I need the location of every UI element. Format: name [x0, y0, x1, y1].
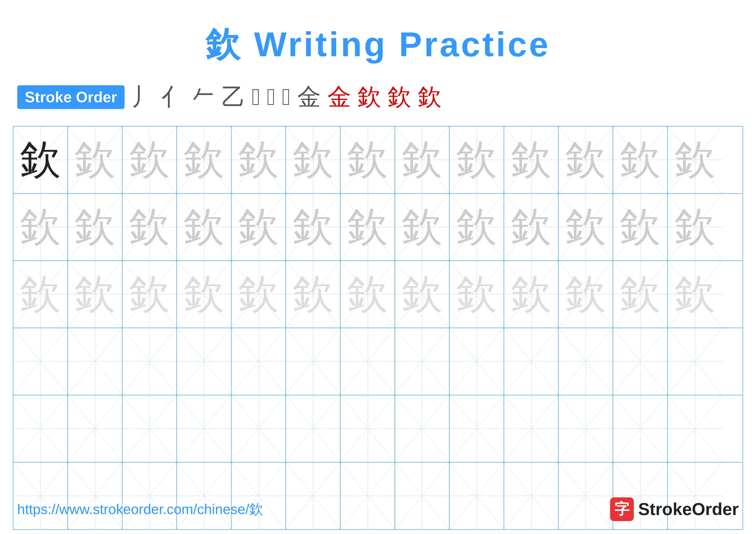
- grid-cell-2-3[interactable]: 欽: [122, 194, 177, 261]
- grid-cell-5-13[interactable]: [668, 395, 722, 462]
- grid-cell-5-1[interactable]: [14, 395, 68, 462]
- grid-cell-1-2[interactable]: 欽: [68, 126, 122, 193]
- grid-cell-4-4[interactable]: [177, 328, 231, 395]
- grid-cell-5-10[interactable]: [504, 395, 558, 462]
- practice-char-faint: 欽: [20, 267, 61, 322]
- grid-cell-4-13[interactable]: [668, 328, 722, 395]
- practice-char-faint: 欽: [675, 267, 716, 322]
- grid-cell-1-3[interactable]: 欽: [122, 126, 177, 193]
- footer-url-link[interactable]: https://www.strokeorder.com/chinese/欽: [17, 500, 263, 519]
- grid-cell-1-4[interactable]: 欽: [177, 126, 231, 193]
- svg-line-81: [68, 328, 122, 394]
- grid-cell-5-8[interactable]: [395, 395, 449, 462]
- svg-line-104: [14, 395, 68, 462]
- grid-cell-5-2[interactable]: [68, 395, 122, 462]
- grid-cell-2-5[interactable]: 欽: [231, 194, 286, 261]
- svg-line-94: [449, 328, 504, 394]
- practice-char-guide: 欽: [20, 199, 61, 255]
- grid-cell-3-13[interactable]: 欽: [668, 261, 722, 328]
- grid-cell-1-1[interactable]: 欽: [14, 126, 68, 193]
- svg-line-112: [231, 395, 285, 462]
- stroke-3: 𠂉: [191, 83, 215, 111]
- grid-cell-1-5[interactable]: 欽: [231, 126, 286, 193]
- grid-cell-5-12[interactable]: [613, 395, 668, 462]
- svg-line-95: [449, 328, 504, 394]
- practice-char-guide: 欽: [238, 199, 279, 255]
- grid-cell-2-1[interactable]: 欽: [14, 194, 68, 261]
- practice-char-guide: 欽: [293, 132, 334, 188]
- svg-line-89: [286, 328, 340, 394]
- grid-cell-3-4[interactable]: 欽: [177, 261, 231, 328]
- grid-cell-1-8[interactable]: 欽: [395, 126, 449, 193]
- grid-cell-2-13[interactable]: 欽: [668, 194, 722, 261]
- grid-cell-4-12[interactable]: [613, 328, 668, 395]
- logo-text: StrokeOrder: [638, 499, 739, 519]
- grid-cell-4-6[interactable]: [286, 328, 340, 395]
- practice-char-guide: 欽: [565, 132, 606, 188]
- svg-line-92: [395, 328, 449, 394]
- grid-cell-3-12[interactable]: 欽: [613, 261, 668, 328]
- svg-line-80: [68, 328, 122, 394]
- practice-char-guide: 欽: [675, 132, 716, 188]
- grid-cell-3-7[interactable]: 欽: [340, 261, 395, 328]
- grid-cell-5-5[interactable]: [231, 395, 286, 462]
- svg-line-108: [122, 395, 176, 462]
- grid-cell-4-8[interactable]: [395, 328, 449, 395]
- grid-cell-3-3[interactable]: 欽: [122, 261, 177, 328]
- grid-cell-5-9[interactable]: [449, 395, 504, 462]
- svg-line-93: [395, 328, 449, 394]
- grid-cell-2-8[interactable]: 欽: [395, 194, 449, 261]
- grid-cell-4-3[interactable]: [122, 328, 177, 395]
- grid-cell-1-7[interactable]: 欽: [340, 126, 395, 193]
- grid-cell-4-11[interactable]: [558, 328, 613, 395]
- practice-char-guide: 欽: [184, 199, 225, 255]
- grid-cell-4-2[interactable]: [68, 328, 122, 395]
- grid-cell-3-6[interactable]: 欽: [286, 261, 340, 328]
- grid-cell-3-5[interactable]: 欽: [231, 261, 286, 328]
- grid-cell-4-10[interactable]: [504, 328, 558, 395]
- svg-line-123: [504, 395, 558, 462]
- grid-cell-3-1[interactable]: 欽: [14, 261, 68, 328]
- grid-cell-3-11[interactable]: 欽: [558, 261, 613, 328]
- grid-cell-1-11[interactable]: 欽: [558, 126, 613, 193]
- grid-cell-5-4[interactable]: [177, 395, 231, 462]
- grid-cell-5-6[interactable]: [286, 395, 340, 462]
- practice-char-guide: 欽: [347, 132, 388, 188]
- grid-cell-4-7[interactable]: [340, 328, 395, 395]
- grid-row-2: 欽 欽 欽 欽: [14, 194, 742, 261]
- practice-char-guide: 欽: [129, 132, 170, 188]
- grid-cell-4-1[interactable]: [14, 328, 68, 395]
- grid-cell-5-7[interactable]: [340, 395, 395, 462]
- grid-cell-3-8[interactable]: 欽: [395, 261, 449, 328]
- practice-char-guide: 欽: [456, 199, 497, 255]
- grid-cell-2-12[interactable]: 欽: [613, 194, 668, 261]
- grid-cell-3-10[interactable]: 欽: [504, 261, 558, 328]
- practice-char-faint: 欽: [620, 267, 661, 322]
- grid-cell-1-13[interactable]: 欽: [668, 126, 722, 193]
- grid-cell-2-6[interactable]: 欽: [286, 194, 340, 261]
- grid-cell-2-2[interactable]: 欽: [68, 194, 122, 261]
- grid-cell-2-7[interactable]: 欽: [340, 194, 395, 261]
- grid-cell-1-12[interactable]: 欽: [613, 126, 668, 193]
- grid-cell-4-5[interactable]: [231, 328, 286, 395]
- svg-line-91: [340, 328, 394, 394]
- grid-row-3: 欽 欽 欽 欽: [14, 261, 742, 328]
- grid-cell-1-9[interactable]: 欽: [449, 126, 504, 193]
- grid-cell-2-11[interactable]: 欽: [558, 194, 613, 261]
- svg-line-109: [122, 395, 176, 462]
- grid-cell-1-10[interactable]: 欽: [504, 126, 558, 193]
- grid-cell-2-9[interactable]: 欽: [449, 194, 504, 261]
- grid-cell-3-9[interactable]: 欽: [449, 261, 504, 328]
- grid-cell-3-2[interactable]: 欽: [68, 261, 122, 328]
- grid-cell-2-10[interactable]: 欽: [504, 194, 558, 261]
- grid-cell-5-3[interactable]: [122, 395, 177, 462]
- practice-char-faint: 欽: [238, 267, 279, 322]
- svg-line-84: [177, 328, 231, 394]
- grid-cell-5-11[interactable]: [558, 395, 613, 462]
- stroke-2: 亻: [161, 81, 185, 113]
- practice-char-guide: 欽: [620, 132, 661, 188]
- svg-line-128: [668, 395, 722, 462]
- grid-cell-2-4[interactable]: 欽: [177, 194, 231, 261]
- grid-cell-1-6[interactable]: 欽: [286, 126, 340, 193]
- grid-cell-4-9[interactable]: [449, 328, 504, 395]
